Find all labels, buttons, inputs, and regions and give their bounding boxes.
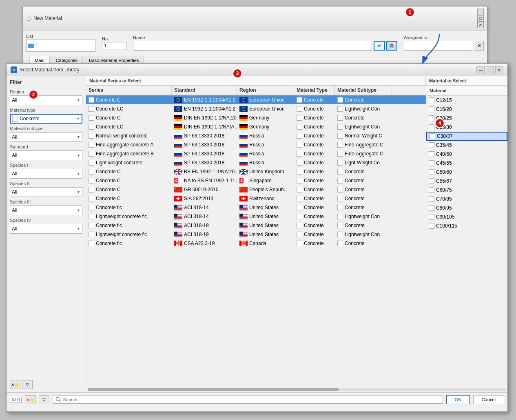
series-row[interactable]: Concrete CNA to SS EN 1992-1-1:...Singap…: [86, 176, 426, 185]
cell-region: Germany: [237, 114, 294, 122]
cell-subtype: Concrete: [335, 195, 392, 202]
row-checkbox[interactable]: [89, 133, 94, 139]
cell-region: United Kingdom: [237, 168, 294, 175]
series-row[interactable]: Concrete LC EN 1992-1-1:2004/A1:2... Eur…: [86, 104, 426, 113]
assigned-input[interactable]: [404, 41, 473, 51]
svg-rect-76: [239, 146, 248, 148]
list-value: 1: [35, 43, 38, 49]
series-row[interactable]: Normal-weight concreteSP 63.13330.2018Ru…: [86, 131, 426, 140]
svg-point-25: [242, 99, 243, 99]
material-row[interactable]: C60/75: [426, 186, 507, 195]
series-section-title: Material Series to Select: [86, 76, 426, 85]
row-checkbox[interactable]: [89, 232, 94, 237]
row-checkbox[interactable]: [89, 214, 94, 219]
species2-filter-select[interactable]: All ▼: [10, 187, 82, 197]
row-checkbox[interactable]: [89, 196, 94, 201]
series-row[interactable]: Light-weight concreteSP 63.13330.2018Rus…: [86, 158, 426, 167]
material-row[interactable]: C16/20: [426, 105, 507, 114]
series-row[interactable]: Fine-aggregate concrete BSP 63.13330.201…: [86, 149, 426, 158]
name-input[interactable]: [133, 41, 372, 51]
filter-clear-btn[interactable]: ✕⭐: [10, 380, 20, 389]
row-checkbox[interactable]: [89, 115, 94, 121]
material-row[interactable]: C70/85: [426, 195, 507, 203]
region-filter-select[interactable]: All ▼: [10, 95, 82, 105]
svg-rect-192: [239, 232, 243, 234]
horizontal-scrollbar[interactable]: [86, 386, 507, 392]
series-section: Series Standard Region Material Type Mat: [86, 86, 426, 386]
dialog-close-btn[interactable]: ✕: [495, 66, 503, 73]
row-checkbox[interactable]: [89, 178, 94, 183]
svg-point-7: [179, 101, 179, 102]
dialog-body: Filter Region All ▼ Material type Concre…: [7, 76, 507, 392]
svg-point-11: [176, 99, 177, 100]
subtype-filter-select[interactable]: All ▼: [10, 132, 82, 142]
dialog-minimize-btn[interactable]: —: [476, 66, 485, 73]
row-checkbox[interactable]: [89, 97, 94, 103]
edit-action-btn[interactable]: ✏: [374, 41, 385, 51]
svg-rect-138: [239, 205, 243, 208]
bottom-clear-btn[interactable]: ✕⭐: [25, 395, 35, 404]
material-row[interactable]: C30/37: [426, 132, 507, 141]
material-row[interactable]: C45/55: [426, 159, 507, 168]
row-checkbox[interactable]: [89, 124, 94, 130]
svg-rect-68: [239, 133, 248, 135]
material-row[interactable]: C80/95: [426, 203, 507, 212]
list-box[interactable]: 1: [26, 40, 95, 52]
standard-filter-select[interactable]: All ▼: [10, 150, 82, 160]
material-row[interactable]: C12/15: [426, 96, 507, 105]
row-checkbox[interactable]: [89, 142, 94, 148]
series-row[interactable]: Lightweight concrete f'c ACI 318-14 Unit…: [86, 212, 426, 221]
th-region[interactable]: Region: [237, 86, 294, 95]
material-row[interactable]: C55/67: [426, 177, 507, 186]
bottom-funnel-btn[interactable]: ▽: [39, 395, 49, 404]
series-row[interactable]: Fine-aggregate concrete ASP 63.13330.201…: [86, 140, 426, 149]
series-row[interactable]: Concrete CGB 50010-2010People's Repubi..…: [86, 185, 426, 194]
material-row[interactable]: C50/60: [426, 168, 507, 177]
row-checkbox[interactable]: [89, 160, 94, 166]
library-action-btn[interactable]: 📚: [386, 41, 397, 51]
th-subtype[interactable]: Material Subtype: [335, 86, 392, 95]
row-checkbox[interactable]: [89, 169, 94, 175]
series-row[interactable]: Lightweight concrete f'c ACI 318-19 Unit…: [86, 230, 426, 239]
series-row[interactable]: Concrete C EN 1992-1-1:2004/A1:2... Euro…: [86, 95, 426, 104]
assigned-clear-btn[interactable]: ✕: [475, 41, 484, 51]
svg-point-33: [179, 110, 179, 111]
material-row[interactable]: C40/50: [426, 150, 507, 159]
series-row[interactable]: Concrete CSIA 262:2013SwitzerlandConcret…: [86, 194, 426, 203]
th-mattype[interactable]: Material Type: [294, 86, 335, 95]
no-input[interactable]: 1: [102, 42, 126, 49]
series-row[interactable]: Concrete CBS EN 1992-1-1/NA:20...United …: [86, 167, 426, 176]
species4-filter-label: Species IV: [10, 218, 82, 223]
series-row[interactable]: Concrete f'c🍁CSA A23.3-19🍁CanadaConcrete…: [86, 239, 426, 248]
svg-rect-127: [174, 209, 182, 209]
species4-filter-select[interactable]: All ▼: [10, 224, 82, 234]
row-checkbox[interactable]: [89, 187, 94, 192]
row-checkbox[interactable]: [89, 106, 94, 112]
search-input[interactable]: [63, 397, 440, 402]
row-checkbox[interactable]: [89, 151, 94, 157]
row-checkbox[interactable]: [89, 205, 94, 210]
species3-filter-select[interactable]: All ▼: [10, 206, 82, 215]
th-series[interactable]: Series: [86, 86, 172, 95]
th-standard[interactable]: Standard: [172, 86, 237, 95]
cancel-button[interactable]: Cancel: [473, 395, 504, 404]
filter-funnel-btn[interactable]: ▽: [22, 380, 33, 389]
close-bg-btn[interactable]: ✕: [477, 22, 484, 28]
material-row[interactable]: C35/45: [426, 141, 507, 150]
minimize-btn[interactable]: —: [477, 9, 484, 15]
row-checkbox[interactable]: [89, 223, 94, 228]
material-row[interactable]: C90/105: [426, 212, 507, 221]
species1-filter-select[interactable]: All ▼: [10, 169, 82, 179]
maximize-btn[interactable]: □: [477, 15, 484, 22]
species2-chevron: ▼: [77, 190, 80, 194]
material-section-title: Material to Select: [426, 76, 507, 85]
mattype-filter-select[interactable]: Concrete ▼: [10, 114, 82, 124]
series-row[interactable]: Concrete f'c ACI 318-19 United StatesCon…: [86, 221, 426, 230]
series-row[interactable]: Concrete CDIN EN 1992-1-1/NA:20...German…: [86, 113, 426, 122]
series-row[interactable]: Concrete LCDIN EN 1992-1-1/NA/A...German…: [86, 122, 426, 131]
series-row[interactable]: Concrete f'c ACI 318-14 United StatesCon…: [86, 203, 426, 212]
ok-button[interactable]: OK: [446, 395, 470, 404]
row-checkbox[interactable]: [89, 241, 94, 246]
dialog-maximize-btn[interactable]: □: [486, 66, 494, 73]
material-row[interactable]: C100/115: [426, 221, 507, 230]
